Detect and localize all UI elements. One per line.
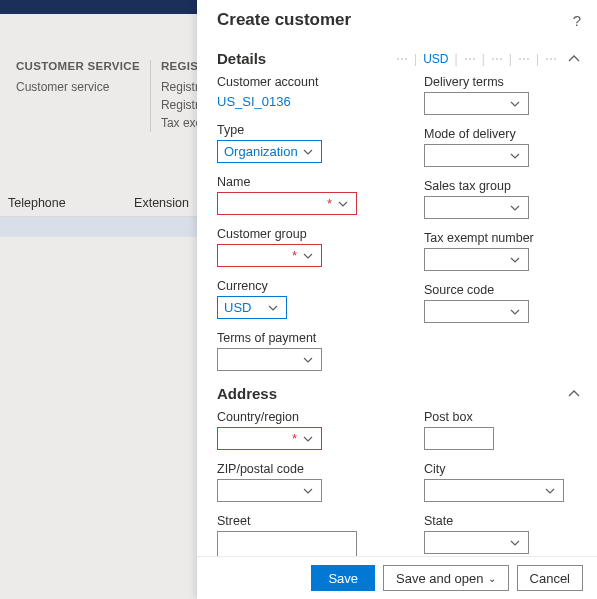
currency-select[interactable]: USD [217, 296, 287, 319]
name-input[interactable]: * [217, 192, 357, 215]
save-and-open-button[interactable]: Save and open⌄ [383, 565, 508, 591]
customer-group-select[interactable]: * [217, 244, 322, 267]
mode-of-delivery-select[interactable] [424, 144, 529, 167]
panel-title: Create customer [217, 10, 351, 30]
chevron-down-icon [301, 355, 315, 365]
section-header-details[interactable]: Details ⋯|USD|⋯|⋯|⋯|⋯ [217, 36, 593, 75]
field-post-box: Post box [424, 410, 581, 450]
field-tax-exempt-number: Tax exempt number [424, 231, 581, 271]
chevron-down-icon [508, 255, 522, 265]
country-region-select[interactable]: * [217, 427, 322, 450]
chevron-down-icon [301, 486, 315, 496]
terms-of-payment-select[interactable] [217, 348, 322, 371]
chevron-down-icon [301, 251, 315, 261]
street-textarea[interactable] [217, 531, 357, 556]
section-summary-details: ⋯|USD|⋯|⋯|⋯|⋯ [396, 52, 557, 66]
tax-exempt-number-select[interactable] [424, 248, 529, 271]
field-delivery-terms: Delivery terms [424, 75, 581, 115]
field-name: Name * [217, 175, 374, 215]
type-select[interactable]: Organization [217, 140, 322, 163]
field-mode-of-delivery: Mode of delivery [424, 127, 581, 167]
zip-select[interactable] [217, 479, 322, 502]
field-customer-group: Customer group * [217, 227, 374, 267]
panel-footer: Save Save and open⌄ Cancel [197, 556, 597, 599]
customer-account-value[interactable]: US_SI_0136 [217, 92, 291, 111]
source-code-select[interactable] [424, 300, 529, 323]
field-type: Type Organization [217, 123, 374, 163]
field-state: State [424, 514, 581, 554]
create-customer-panel: Create customer ? Details ⋯|USD|⋯|⋯|⋯|⋯ … [197, 0, 597, 599]
cancel-button[interactable]: Cancel [517, 565, 583, 591]
chevron-down-icon [508, 99, 522, 109]
state-select[interactable] [424, 531, 529, 554]
post-box-input[interactable] [424, 427, 494, 450]
field-currency: Currency USD [217, 279, 374, 319]
help-icon[interactable]: ? [573, 12, 581, 29]
field-country-region: Country/region * [217, 410, 374, 450]
field-zip: ZIP/postal code [217, 462, 374, 502]
chevron-down-icon [508, 203, 522, 213]
chevron-down-icon [336, 199, 350, 209]
save-button[interactable]: Save [311, 565, 375, 591]
section-title-details: Details [217, 50, 266, 67]
chevron-down-icon [508, 307, 522, 317]
chevron-down-icon [301, 434, 315, 444]
sales-tax-group-select[interactable] [424, 196, 529, 219]
chevron-up-icon[interactable] [567, 52, 581, 66]
chevron-down-icon [508, 151, 522, 161]
chevron-down-icon: ⌄ [488, 573, 496, 584]
section-header-address[interactable]: Address [217, 371, 593, 410]
chevron-down-icon [508, 538, 522, 548]
field-street: Street [217, 514, 374, 556]
field-sales-tax-group: Sales tax group [424, 179, 581, 219]
delivery-terms-select[interactable] [424, 92, 529, 115]
city-select[interactable] [424, 479, 564, 502]
field-customer-account: Customer account US_SI_0136 [217, 75, 374, 111]
field-city: City [424, 462, 581, 502]
field-source-code: Source code [424, 283, 581, 323]
chevron-down-icon [266, 303, 280, 313]
section-title-address: Address [217, 385, 277, 402]
chevron-up-icon[interactable] [567, 387, 581, 401]
chevron-down-icon [543, 486, 557, 496]
field-terms-of-payment: Terms of payment [217, 331, 374, 371]
chevron-down-icon [301, 147, 315, 157]
